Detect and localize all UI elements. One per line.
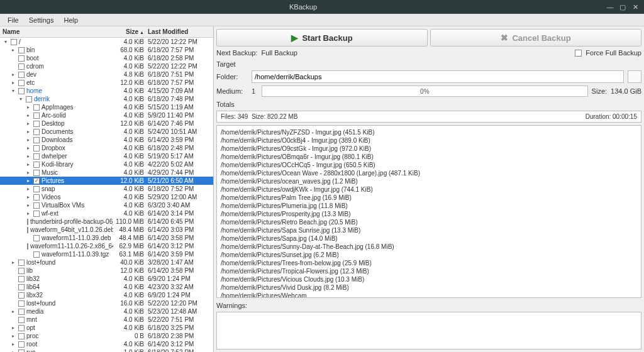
include-checkbox[interactable] bbox=[33, 129, 40, 135]
include-checkbox[interactable] bbox=[33, 113, 40, 119]
expand-toggle-icon[interactable]: ▸ bbox=[25, 185, 31, 193]
include-checkbox[interactable] bbox=[18, 276, 25, 282]
col-name[interactable]: Name bbox=[3, 28, 113, 36]
close-icon[interactable]: ✕ bbox=[630, 2, 640, 12]
expand-toggle-icon[interactable]: ▸ bbox=[10, 307, 16, 316]
include-checkbox[interactable] bbox=[18, 325, 25, 331]
tree-row[interactable]: waveform11-11.0.39.tgz63.1 MiB6/14/20 3:… bbox=[0, 250, 213, 258]
expand-toggle-icon[interactable]: ▾ bbox=[3, 38, 9, 46]
tree-row[interactable]: ▸root4.0 KiB6/14/20 3:12 PM bbox=[0, 340, 213, 348]
tree-row[interactable]: lib324.0 KiB6/9/20 1:24 PM bbox=[0, 275, 213, 283]
include-checkbox[interactable] bbox=[27, 243, 28, 250]
tree-row[interactable]: ▸Music4.0 KiB4/29/20 7:44 PM bbox=[0, 168, 213, 177]
include-checkbox[interactable] bbox=[18, 260, 25, 266]
maximize-icon[interactable]: ▢ bbox=[618, 2, 628, 12]
log-output[interactable]: /home/derrik/Pictures/NyZFZSD - Imgur.jp… bbox=[216, 125, 641, 298]
expand-toggle-icon[interactable]: ▸ bbox=[25, 111, 31, 119]
include-checkbox[interactable] bbox=[33, 145, 40, 151]
tree-row[interactable]: waveform_64bit_v11.0.26.deb48.4 MiB6/14/… bbox=[0, 226, 213, 234]
tree-row[interactable]: ▾/4.0 KiB5/22/20 12:22 PM bbox=[0, 38, 213, 46]
expand-toggle-icon[interactable]: ▸ bbox=[10, 332, 16, 340]
tree-row[interactable]: ▸Documents4.0 KiB5/24/20 10:51 AM bbox=[0, 128, 213, 136]
include-checkbox[interactable] bbox=[18, 63, 25, 70]
expand-toggle-icon[interactable]: ▸ bbox=[10, 258, 16, 267]
tree-row[interactable]: lib12.0 KiB6/14/20 3:58 PM bbox=[0, 267, 213, 275]
tree-row[interactable]: ▸Downloads4.0 KiB6/14/20 3:59 PM bbox=[0, 136, 213, 144]
tree-row[interactable]: ▸VirtualBox VMs4.0 KiB6/3/20 3:40 AM bbox=[0, 201, 213, 209]
include-checkbox[interactable] bbox=[18, 72, 25, 78]
tree-row[interactable]: waveform11-11.0.26-2.x86_64.rpm62.9 MiB6… bbox=[0, 242, 213, 250]
tree-row[interactable]: cdrom4.0 KiB5/22/20 12:22 PM bbox=[0, 62, 213, 70]
tree-row[interactable]: ▸etc12.0 KiB6/18/20 7:57 PM bbox=[0, 79, 213, 87]
browse-folder-button[interactable] bbox=[628, 70, 641, 83]
expand-toggle-icon[interactable]: ▸ bbox=[25, 160, 31, 168]
expand-toggle-icon[interactable]: ▸ bbox=[10, 46, 16, 54]
tree-row[interactable]: thunderbird-profile-backup-06_14_2020.ta… bbox=[0, 217, 213, 226]
warnings-box[interactable] bbox=[216, 312, 641, 349]
tree-row[interactable]: ▸run1.0 KiB6/18/20 7:52 PM bbox=[0, 348, 213, 352]
include-checkbox[interactable] bbox=[33, 121, 40, 127]
expand-toggle-icon[interactable]: ▸ bbox=[25, 209, 31, 217]
expand-toggle-icon[interactable]: ▾ bbox=[10, 87, 16, 95]
tree-row[interactable]: ▸Dropbox4.0 KiB6/18/20 2:48 PM bbox=[0, 144, 213, 152]
expand-toggle-icon[interactable]: ▸ bbox=[10, 324, 16, 332]
tree-body[interactable]: ▾/4.0 KiB5/22/20 12:22 PM▸bin68.0 KiB6/1… bbox=[0, 38, 213, 352]
include-checkbox[interactable] bbox=[33, 211, 40, 217]
tree-row[interactable]: boot4.0 KiB6/18/20 2:58 PM bbox=[0, 54, 213, 62]
expand-toggle-icon[interactable]: ▸ bbox=[25, 128, 31, 136]
include-checkbox[interactable] bbox=[18, 333, 25, 339]
include-checkbox[interactable] bbox=[11, 39, 17, 45]
menu-help[interactable]: Help bbox=[58, 15, 83, 25]
tree-row[interactable]: waveform11-11.0.39.deb48.4 MiB6/14/20 3:… bbox=[0, 234, 213, 242]
expand-toggle-icon[interactable]: ▸ bbox=[25, 119, 31, 128]
minimize-icon[interactable]: — bbox=[605, 2, 615, 12]
expand-toggle-icon[interactable]: ▸ bbox=[25, 152, 31, 160]
col-modified[interactable]: Last Modified bbox=[148, 28, 211, 36]
expand-toggle-icon[interactable]: ▾ bbox=[18, 95, 24, 103]
include-checkbox[interactable] bbox=[18, 80, 25, 86]
include-checkbox[interactable] bbox=[33, 235, 40, 241]
tree-row[interactable]: ▸snap4.0 KiB6/18/20 7:52 PM bbox=[0, 185, 213, 193]
include-checkbox[interactable] bbox=[18, 268, 25, 274]
include-checkbox[interactable] bbox=[33, 202, 40, 209]
include-checkbox[interactable] bbox=[18, 292, 25, 299]
tree-row[interactable]: ▸Pictures12.0 KiB5/21/20 6:50 AM bbox=[0, 177, 213, 185]
include-checkbox[interactable] bbox=[33, 170, 40, 176]
include-checkbox[interactable] bbox=[33, 251, 40, 258]
include-checkbox[interactable] bbox=[18, 349, 25, 353]
tree-row[interactable]: ▸wf-ext4.0 KiB6/14/20 3:14 PM bbox=[0, 209, 213, 217]
expand-toggle-icon[interactable]: ▸ bbox=[25, 168, 31, 177]
tree-row[interactable]: ▸proc0 B6/18/20 2:38 PM bbox=[0, 332, 213, 340]
tree-row[interactable]: ▸lost+found40.0 KiB3/28/20 1:47 AM bbox=[0, 258, 213, 267]
tree-row[interactable]: ▸dev4.8 KiB6/18/20 7:51 PM bbox=[0, 70, 213, 79]
expand-toggle-icon[interactable]: ▸ bbox=[25, 177, 31, 185]
include-checkbox[interactable] bbox=[27, 219, 28, 225]
include-checkbox[interactable] bbox=[26, 96, 32, 102]
tree-row[interactable]: ▸Arc-solid4.0 KiB5/9/20 11:40 PM bbox=[0, 111, 213, 119]
tree-row[interactable]: ▸bin68.0 KiB6/18/20 7:57 PM bbox=[0, 46, 213, 54]
tree-row[interactable]: ▸opt4.0 KiB6/18/20 3:25 PM bbox=[0, 324, 213, 332]
menu-settings[interactable]: Settings bbox=[24, 15, 59, 25]
include-checkbox[interactable] bbox=[18, 55, 25, 62]
tree-row[interactable]: ▸dwhelper4.0 KiB5/19/20 5:17 AM bbox=[0, 152, 213, 160]
include-checkbox[interactable] bbox=[33, 194, 40, 201]
expand-toggle-icon[interactable]: ▸ bbox=[25, 136, 31, 144]
expand-toggle-icon[interactable]: ▸ bbox=[25, 201, 31, 209]
expand-toggle-icon[interactable]: ▸ bbox=[10, 348, 16, 352]
tree-row[interactable]: ▸Desktop12.0 KiB6/14/20 7:46 PM bbox=[0, 119, 213, 128]
include-checkbox[interactable] bbox=[27, 227, 28, 233]
include-checkbox[interactable] bbox=[33, 186, 40, 192]
tree-row[interactable]: mnt4.0 KiB5/22/20 7:51 PM bbox=[0, 316, 213, 324]
include-checkbox[interactable] bbox=[33, 104, 40, 111]
tree-row[interactable]: ▸media4.0 KiB5/23/20 12:48 AM bbox=[0, 307, 213, 316]
include-checkbox[interactable] bbox=[18, 341, 25, 348]
tree-row[interactable]: ▾derrik4.0 KiB6/18/20 7:48 PM bbox=[0, 95, 213, 103]
include-checkbox[interactable] bbox=[33, 137, 40, 143]
tree-row[interactable]: lib644.0 KiB4/23/20 3:32 AM bbox=[0, 283, 213, 291]
expand-toggle-icon[interactable]: ▸ bbox=[25, 193, 31, 201]
include-checkbox[interactable] bbox=[18, 317, 25, 323]
expand-toggle-icon[interactable]: ▸ bbox=[25, 144, 31, 152]
tree-row[interactable]: libx324.0 KiB6/9/20 1:24 PM bbox=[0, 291, 213, 299]
include-checkbox[interactable] bbox=[18, 284, 25, 290]
force-full-checkbox[interactable] bbox=[575, 50, 582, 57]
